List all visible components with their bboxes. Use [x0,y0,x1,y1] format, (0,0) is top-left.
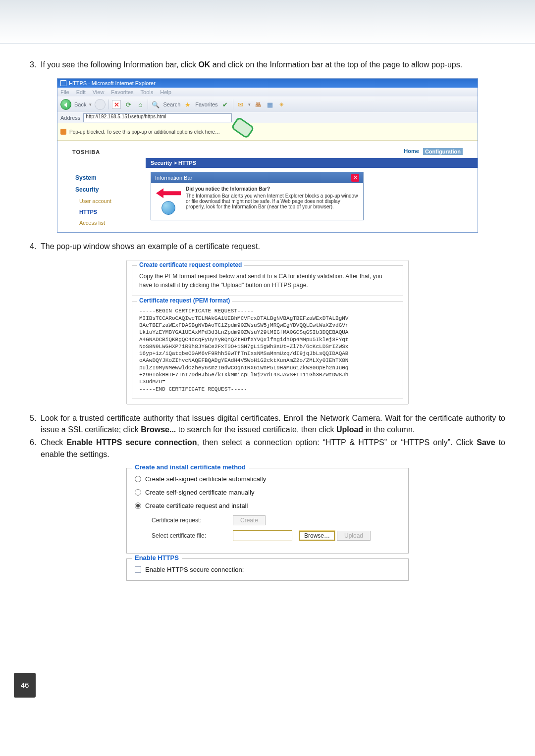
step-4-text: The pop-up window shows an example of a … [41,241,505,252]
ie-toolbar: Back ▾ ✕ ⟳ ⌂ 🔍 Search ★ Favorites ✔ ✉ ▾ … [57,97,478,112]
select-file-label: Select certificate file: [152,532,226,539]
shield-icon [60,129,66,135]
step-5-body: Look for a trusted certificate authority… [41,412,505,435]
back-label: Back [74,101,86,107]
step-5-b: to search for the issued certificate, th… [176,425,336,434]
ie-address-bar: Address http://192.168.5.151/setup/https… [57,112,478,123]
step-5: 5. Look for a trusted certificate author… [30,412,505,435]
address-input[interactable]: http://192.168.5.151/setup/https.html [83,113,232,122]
step-3-text-b: and click on the Information bar at the … [210,60,462,69]
ie-menu-file[interactable]: File [60,89,69,95]
ie-app-icon [60,80,66,86]
step-4-num: 4. [30,241,41,252]
radio-auto[interactable] [135,476,141,482]
ie-title-text: HTTPS - Microsoft Internet Explorer [69,80,156,86]
sidebar-item-security[interactable]: Security [72,184,146,196]
step-5-upload: Upload [336,425,363,434]
cert-pem-text[interactable]: -----BEGIN CERTIFICATE REQUEST----- MIIB… [139,307,396,393]
link-home[interactable]: Home [404,148,419,155]
search-label: Search [163,101,180,107]
create-button[interactable]: Create [233,515,266,525]
home-icon[interactable]: ⌂ [136,100,145,109]
cert-request-window: Create certificate request completed Cop… [126,260,409,404]
step-6-b: , then select a connection option: “HTTP… [197,438,477,447]
step-3: 3. If you see the following Information … [30,59,505,70]
ie-window: HTTPS - Microsoft Internet Explorer File… [57,78,478,233]
radio-manual-label: Create self-signed certificate manually [145,489,254,496]
enable-https-checkbox[interactable] [135,566,141,573]
radio-manual[interactable] [135,489,141,496]
favorites-icon[interactable]: ★ [183,100,192,109]
step-3-text-a: If you see the following Information bar… [41,60,198,69]
upload-button[interactable]: Upload [337,531,371,541]
cert-legend-1: Create certificate request completed [137,261,244,268]
ie-menu-favorites[interactable]: Favorites [111,89,133,95]
mail-icon[interactable]: ✉ [236,100,245,109]
globe-icon [161,201,175,215]
sidebar-item-system[interactable]: System [72,172,146,184]
sidebar-item-access-list[interactable]: Access list [72,217,146,228]
dialog-body: The Information Bar alerts you when Inte… [186,193,358,209]
ie-menu-view[interactable]: View [93,89,105,95]
ie-menu-edit[interactable]: Edit [76,89,86,95]
red-arrow-icon [156,188,181,198]
discuss-icon[interactable]: ✴ [277,100,286,109]
step-4: 4. The pop-up window shows an example of… [30,241,505,252]
file-input[interactable] [233,530,292,541]
toshiba-logo: TOSHIBA [72,149,100,155]
step-6: 6. Check Enable HTTPS secure connection,… [30,437,505,459]
favorites-label: Favorites [195,101,217,107]
step-6-save: Save [477,438,495,447]
ie-titlebar: HTTPS - Microsoft Internet Explorer [57,79,478,88]
history-icon[interactable]: ✔ [221,100,230,109]
page-top-gradient [0,0,535,44]
dialog-title: Information Bar [155,175,192,181]
step-6-a: Check [41,438,66,447]
browse-button[interactable]: Browse… [299,531,335,541]
step-6-enable: Enable HTTPS secure connection [66,438,197,447]
radio-request-install[interactable] [135,503,141,509]
enable-legend: Enable HTTPS [132,554,182,561]
sidebar: System Security User account HTTPS Acces… [57,168,146,232]
step-3-ok: OK [198,60,210,69]
cert-method-panel: Create and install certificate method Cr… [126,468,409,586]
ie-menubar: File Edit View Favorites Tools Help [57,88,478,97]
edit-icon[interactable]: ▦ [266,100,274,109]
step-5-c: in the column. [363,425,415,434]
step-6-body: Check Enable HTTPS secure connection, th… [41,437,505,459]
forward-button[interactable] [95,99,106,110]
ie-menu-help[interactable]: Help [160,89,171,95]
step-3-num: 3. [30,59,41,70]
radio-request-install-label: Create certificate request and install [145,502,248,509]
step-6-num: 6. [30,437,41,459]
step-5-browse: Browse... [141,425,176,434]
dialog-question: Did you notice the Information Bar? [186,186,358,192]
cert-legend-2: Certificate request (PEM format) [137,297,232,304]
address-label: Address [60,115,80,121]
close-icon[interactable]: ✕ [351,174,359,182]
link-configuration[interactable]: Configuration [423,148,463,155]
toolbar-divider-3 [233,100,233,109]
toolbar-divider-1 [108,100,109,109]
toolbar-divider-2 [148,100,148,109]
step-5-num: 5. [30,412,41,435]
popup-bar-text: Pop-up blocked. To see this pop-up or ad… [69,129,220,135]
information-bar-dialog: Information Bar ✕ Did you notice the Inf… [151,172,364,220]
sidebar-item-https[interactable]: HTTPS [72,206,146,217]
popup-blocked-bar[interactable]: Pop-up blocked. To see this pop-up or ad… [57,123,478,141]
breadcrumb: Security > HTTPS [146,158,478,168]
cert-desc: Copy the PEM format request below and se… [139,272,396,290]
print-icon[interactable]: 🖶 [254,100,263,109]
refresh-icon[interactable]: ⟳ [124,100,133,109]
ie-menu-tools[interactable]: Tools [141,89,154,95]
page-number: 46 [14,673,36,698]
method-legend: Create and install certificate method [132,463,249,471]
stop-icon[interactable]: ✕ [112,100,121,109]
search-icon[interactable]: 🔍 [151,100,160,109]
back-button[interactable] [60,99,71,110]
enable-https-label: Enable HTTPS secure connection: [145,566,244,573]
page-header: TOSHIBA Home Configuration [57,141,478,158]
step-3-body: If you see the following Information bar… [41,59,505,70]
radio-auto-label: Create self-signed certificate automatic… [145,475,266,483]
sidebar-item-user-account[interactable]: User account [72,196,146,206]
